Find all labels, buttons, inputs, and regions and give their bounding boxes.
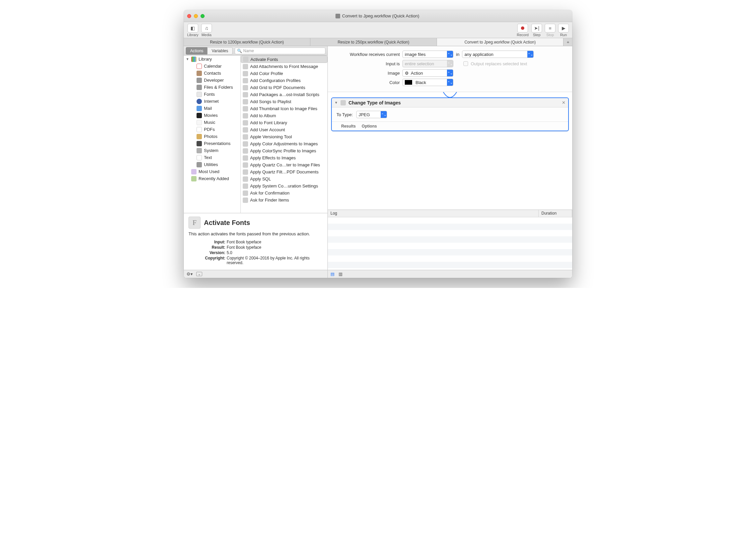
new-tab-button[interactable]: ＋ xyxy=(563,38,572,46)
gear-icon[interactable]: ⚙︎▾ xyxy=(186,272,193,277)
category-row[interactable]: Internet xyxy=(184,98,240,105)
action-row[interactable]: Ask for Confirmation xyxy=(241,189,327,197)
column-view-button[interactable]: ▥ xyxy=(338,272,343,277)
library-root[interactable]: ▼ Library xyxy=(184,56,240,63)
category-row[interactable]: Text xyxy=(184,154,240,161)
action-list[interactable]: Activate FontsAdd Attachments to Front M… xyxy=(241,56,327,213)
tab-convert-jpeg[interactable]: Convert to Jpeg.workflow (Quick Action) xyxy=(437,38,563,46)
category-row[interactable]: System xyxy=(184,147,240,154)
search-input[interactable]: 🔍 Name xyxy=(235,48,326,54)
to-type-select[interactable]: JPEG⌃⌄ xyxy=(356,111,387,118)
disclosure-triangle-icon[interactable]: ▼ xyxy=(186,57,189,61)
category-row[interactable]: Photos xyxy=(184,133,240,140)
duration-column[interactable]: Duration xyxy=(539,210,572,217)
action-row[interactable]: Apply Quartz Co…ter to Image Files xyxy=(241,161,327,168)
category-row[interactable]: Contacts xyxy=(184,70,240,77)
action-row[interactable]: Activate Fonts xyxy=(241,56,327,63)
detail-title: Activate Fonts xyxy=(204,219,250,227)
category-icon xyxy=(197,113,202,118)
action-row[interactable]: Apply Quartz Filt…PDF Documents xyxy=(241,168,327,175)
category-row[interactable]: Music xyxy=(184,119,240,126)
application-select[interactable]: any application⌃⌄ xyxy=(462,51,534,58)
step-button[interactable]: ➤| xyxy=(531,24,542,32)
receives-select[interactable]: image files⌃⌄ xyxy=(402,51,453,58)
log-column[interactable]: Log xyxy=(328,210,539,217)
action-row[interactable]: Apple Versioning Tool xyxy=(241,133,327,140)
stop-button[interactable]: ■ xyxy=(545,24,555,32)
action-icon xyxy=(243,57,248,62)
font-icon: F xyxy=(188,217,201,229)
category-row[interactable]: Calendar xyxy=(184,63,240,70)
category-icon xyxy=(197,134,202,139)
category-list[interactable]: ▼ Library CalendarContactsDeveloperFiles… xyxy=(184,56,241,213)
run-button[interactable]: ▶ xyxy=(558,24,569,32)
category-row[interactable]: Mail xyxy=(184,105,240,112)
action-row[interactable]: Add Thumbnail Icon to Image Files xyxy=(241,105,327,112)
action-row[interactable]: Apply System Co…uration Settings xyxy=(241,182,327,189)
action-icon xyxy=(243,71,248,76)
tab-resize-1200[interactable]: Resize to 1200px.workflow (Quick Action) xyxy=(184,38,310,46)
action-row[interactable]: Add Configuration Profiles xyxy=(241,77,327,84)
disclosure-triangle-icon[interactable]: ▼ xyxy=(334,101,338,104)
action-row[interactable]: Add to Album xyxy=(241,112,327,119)
row-label: Apply Effects to Images xyxy=(250,155,296,160)
minimize-window-button[interactable] xyxy=(194,14,198,18)
action-row[interactable]: Add Grid to PDF Documents xyxy=(241,84,327,91)
category-row[interactable]: Movies xyxy=(184,112,240,119)
list-view-button[interactable]: ▤ xyxy=(330,272,334,277)
action-row[interactable]: Add Songs to Playlist xyxy=(241,98,327,105)
color-swatch xyxy=(405,80,412,85)
options-tab[interactable]: Options xyxy=(362,124,377,129)
row-label: Calendar xyxy=(204,64,222,69)
variables-segment[interactable]: Variables xyxy=(207,47,232,55)
dropdown-icon: ⌃⌄ xyxy=(527,51,533,58)
action-row[interactable]: Apply SQL xyxy=(241,175,327,182)
record-button[interactable] xyxy=(517,24,528,32)
category-row[interactable]: Presentations xyxy=(184,140,240,147)
action-row[interactable]: Apply ColorSync Profile to Images xyxy=(241,147,327,154)
action-change-type[interactable]: ▼ Change Type of Images ✕ To Type: JPEG⌃… xyxy=(331,97,569,131)
setting-label: Image xyxy=(328,71,400,76)
action-row[interactable]: Add Attachments to Front Message xyxy=(241,63,327,70)
folder-icon xyxy=(191,169,197,174)
stop-label: Stop xyxy=(546,33,554,37)
action-row[interactable]: Apply Color Adjustments to Images xyxy=(241,140,327,147)
category-row[interactable]: Developer xyxy=(184,77,240,84)
action-row[interactable]: Add to Font Library xyxy=(241,119,327,126)
action-row[interactable]: Add Packages a…ost-Install Scripts xyxy=(241,91,327,98)
category-icon xyxy=(197,92,202,97)
action-icon xyxy=(243,113,248,119)
results-tab[interactable]: Results xyxy=(341,124,356,129)
media-button[interactable]: ♫ xyxy=(201,24,212,32)
row-label: Add Packages a…ost-Install Scripts xyxy=(250,92,319,97)
traffic-lights xyxy=(187,14,205,18)
zoom-window-button[interactable] xyxy=(201,14,205,18)
close-window-button[interactable] xyxy=(187,14,191,18)
action-row[interactable]: Add User Account xyxy=(241,126,327,133)
row-label: PDFs xyxy=(204,127,215,132)
actions-segment[interactable]: Actions xyxy=(186,47,207,55)
action-row[interactable]: Apply Effects to Images xyxy=(241,154,327,161)
close-action-button[interactable]: ✕ xyxy=(562,100,565,105)
category-row[interactable]: Files & Folders xyxy=(184,84,240,91)
tab-resize-250[interactable]: Resize to 250px.workflow (Quick Action) xyxy=(310,38,437,46)
category-row[interactable]: PDFs xyxy=(184,126,240,133)
workflow-canvas[interactable]: ▼ Change Type of Images ✕ To Type: JPEG⌃… xyxy=(328,97,572,210)
action-icon xyxy=(243,64,248,69)
action-row[interactable]: Ask for Finder Items xyxy=(241,197,327,204)
recently-added-category[interactable]: Recently Added xyxy=(184,175,240,182)
image-select[interactable]: ⚙︎ Action⌃⌄ xyxy=(402,69,453,77)
row-label: Files & Folders xyxy=(204,85,233,90)
most-used-category[interactable]: Most Used xyxy=(184,168,240,175)
meta-val: Font Book typeface xyxy=(227,240,323,244)
category-row[interactable]: Fonts xyxy=(184,91,240,98)
library-toggle-button[interactable]: ◧ xyxy=(187,24,198,32)
color-select[interactable]: Black⌃⌄ xyxy=(402,79,453,86)
action-row[interactable]: Add Color Profile xyxy=(241,70,327,77)
category-row[interactable]: Utilities xyxy=(184,161,240,168)
select-value: JPEG xyxy=(359,112,370,117)
expand-icon[interactable]: ⌄ xyxy=(196,272,202,276)
row-label: Add Configuration Profiles xyxy=(250,78,301,83)
row-label: Developer xyxy=(204,78,224,83)
row-label: Add Thumbnail Icon to Image Files xyxy=(250,106,317,111)
